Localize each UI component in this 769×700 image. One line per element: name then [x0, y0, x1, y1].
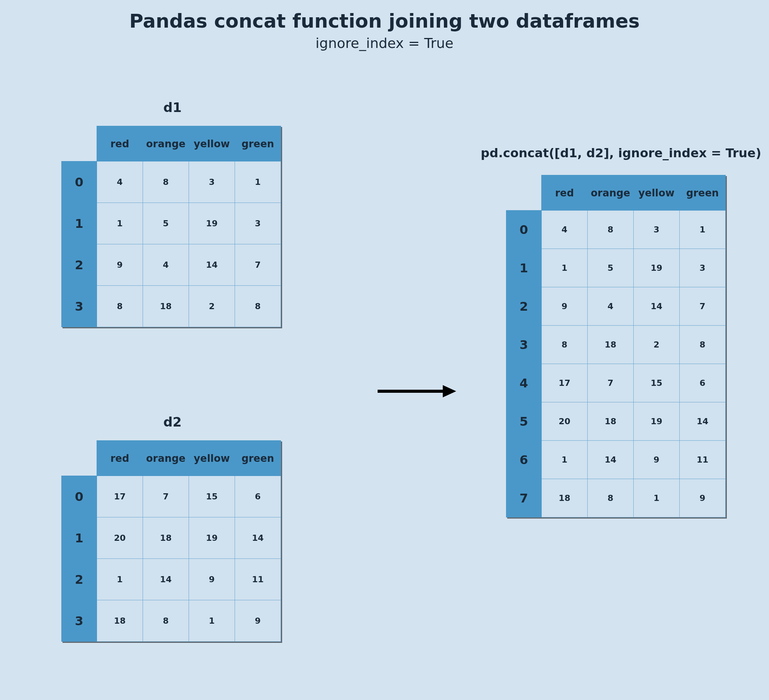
cell: 19 — [634, 402, 680, 441]
cell: 3 — [189, 161, 235, 203]
column-header: orange — [143, 126, 189, 161]
cell: 14 — [634, 287, 680, 326]
table-row: 2 9 4 14 7 — [62, 244, 281, 286]
cell: 1 — [235, 161, 281, 203]
column-header: red — [542, 175, 588, 211]
dataframe-d1-block: d1 red orange yellow green 0 4 8 3 1 — [61, 100, 284, 327]
table-row: 0 4 8 3 1 — [506, 211, 726, 249]
cell: 18 — [542, 479, 588, 517]
table-row: 6 1 14 9 11 — [506, 441, 726, 479]
cell: 1 — [189, 600, 235, 642]
column-header: yellow — [634, 175, 680, 211]
cell: 7 — [143, 476, 189, 517]
column-header: green — [235, 126, 281, 161]
cell: 11 — [680, 441, 726, 479]
cell: 8 — [235, 286, 281, 327]
cell: 14 — [143, 559, 189, 600]
cell: 4 — [542, 211, 588, 249]
page-subtitle: ignore_index = True — [0, 35, 769, 51]
table-row: 1 20 18 19 14 — [62, 517, 281, 559]
cell: 14 — [680, 402, 726, 441]
dataframe-result-label: pd.concat([d1, d2], ignore_index = True) — [468, 146, 769, 160]
cell: 2 — [189, 286, 235, 327]
cell: 18 — [143, 517, 189, 559]
cell: 14 — [235, 517, 281, 559]
row-index: 1 — [506, 249, 542, 287]
row-index: 7 — [506, 479, 542, 517]
row-index: 0 — [62, 476, 97, 517]
cell: 15 — [634, 364, 680, 402]
row-index: 6 — [506, 441, 542, 479]
row-index: 0 — [506, 211, 542, 249]
cell: 9 — [97, 244, 143, 286]
row-index: 1 — [62, 203, 97, 244]
svg-marker-1 — [443, 385, 456, 397]
dataframe-result-table: red orange yellow green 0 4 8 3 1 1 1 5 — [506, 175, 726, 517]
row-index: 1 — [62, 517, 97, 559]
cell: 9 — [189, 559, 235, 600]
cell: 18 — [97, 600, 143, 642]
row-index: 0 — [62, 161, 97, 203]
cell: 1 — [634, 479, 680, 517]
cell: 2 — [634, 326, 680, 364]
table-row: 3 18 8 1 9 — [62, 600, 281, 642]
cell: 15 — [189, 476, 235, 517]
dataframe-d2-block: d2 red orange yellow green 0 17 7 15 6 — [61, 414, 284, 642]
cell: 19 — [189, 203, 235, 244]
page-title: Pandas concat function joining two dataf… — [0, 10, 769, 32]
table-corner — [62, 126, 97, 161]
cell: 6 — [680, 364, 726, 402]
table-row: 4 17 7 15 6 — [506, 364, 726, 402]
cell: 8 — [542, 326, 588, 364]
row-index: 2 — [506, 287, 542, 326]
column-header: yellow — [189, 126, 235, 161]
cell: 3 — [634, 211, 680, 249]
table-corner — [506, 175, 542, 211]
row-index: 3 — [506, 326, 542, 364]
dataframe-result-block: pd.concat([d1, d2], ignore_index = True)… — [483, 146, 759, 517]
cell: 7 — [588, 364, 634, 402]
table-row: 1 1 5 19 3 — [506, 249, 726, 287]
row-index: 4 — [506, 364, 542, 402]
diagram-page: Pandas concat function joining two dataf… — [0, 0, 769, 700]
cell: 18 — [143, 286, 189, 327]
cell: 9 — [542, 287, 588, 326]
cell: 1 — [542, 249, 588, 287]
column-header: green — [235, 441, 281, 476]
column-header: green — [680, 175, 726, 211]
cell: 9 — [680, 479, 726, 517]
cell: 3 — [235, 203, 281, 244]
column-header: orange — [588, 175, 634, 211]
cell: 8 — [588, 479, 634, 517]
cell: 5 — [588, 249, 634, 287]
cell: 1 — [680, 211, 726, 249]
column-header: yellow — [189, 441, 235, 476]
cell: 14 — [588, 441, 634, 479]
cell: 17 — [542, 364, 588, 402]
cell: 4 — [588, 287, 634, 326]
cell: 7 — [235, 244, 281, 286]
cell: 20 — [542, 402, 588, 441]
cell: 20 — [97, 517, 143, 559]
cell: 8 — [680, 326, 726, 364]
table-row: 1 1 5 19 3 — [62, 203, 281, 244]
cell: 4 — [143, 244, 189, 286]
column-header: red — [97, 126, 143, 161]
arrow-right-icon — [376, 384, 456, 399]
cell: 8 — [97, 286, 143, 327]
dataframe-d1-label: d1 — [61, 100, 284, 115]
cell: 18 — [588, 326, 634, 364]
table-row: 2 1 14 9 11 — [62, 559, 281, 600]
cell: 19 — [189, 517, 235, 559]
cell: 19 — [634, 249, 680, 287]
cell: 17 — [97, 476, 143, 517]
cell: 1 — [542, 441, 588, 479]
cell: 8 — [588, 211, 634, 249]
table-row: 7 18 8 1 9 — [506, 479, 726, 517]
row-index: 2 — [62, 244, 97, 286]
cell: 1 — [97, 203, 143, 244]
row-index: 5 — [506, 402, 542, 441]
cell: 5 — [143, 203, 189, 244]
table-row: 0 4 8 3 1 — [62, 161, 281, 203]
cell: 14 — [189, 244, 235, 286]
